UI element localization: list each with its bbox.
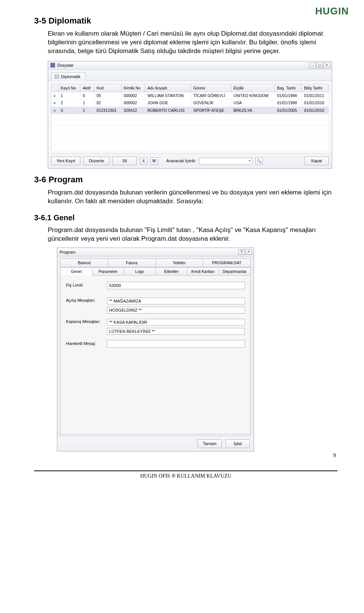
tab-panel-genel: Fiş Limiti: Açılış Mesajları: Kapanış Me… <box>60 275 251 434</box>
heading-3-6-1: 3-6.1 Genel <box>34 213 337 223</box>
tab-parametre[interactable]: Parametre <box>92 267 124 276</box>
tab-label: Diplomatik <box>61 74 80 80</box>
col-elcilik[interactable]: Elçilik <box>231 84 275 92</box>
window-icon <box>50 63 55 67</box>
close-button[interactable]: ✕ <box>245 249 252 255</box>
acilis-input-1[interactable] <box>107 298 245 304</box>
program-dialog: Program ? ✕ Barkod Fatura Yetkiler PROGR… <box>57 248 254 451</box>
maximize-button[interactable]: ▢ <box>316 63 323 68</box>
diplomat-grid[interactable]: Kayıt No Aktif Kod Kimlik No Adı-Soyadı … <box>51 84 329 151</box>
program-titlebar: Program ? ✕ <box>57 248 254 256</box>
acilis-input-2[interactable] <box>107 307 245 314</box>
dosyalar-window: Dosyalar – ▢ ✕ Diplomatik Kayıt No Aktif… <box>48 61 332 169</box>
minimize-button[interactable]: – <box>309 63 316 68</box>
heading-3-6: 3-6 Program <box>34 174 337 185</box>
tab-barkod[interactable]: Barkod <box>60 259 108 267</box>
dosyalar-titlebar: Dosyalar – ▢ ✕ <box>48 61 332 70</box>
table-row[interactable]: ● 1 0 05 000002 WILLIAM STANTON TİCARİ G… <box>51 92 329 99</box>
acilis-label: Açılış Mesajları: <box>66 298 104 303</box>
col-aktif[interactable]: Aktif <box>80 84 94 92</box>
hareketli-input[interactable] <box>107 340 245 348</box>
row-dot-icon: ● <box>53 94 56 98</box>
page-number: 9 <box>34 452 336 459</box>
table-row[interactable]: ● 2 1 02 000002 JOHN DOE GÜVENLİK USA 01… <box>51 99 329 107</box>
table-row[interactable]: ● 3 1 012312301 328412 ROBERTO CARLOS SP… <box>51 107 329 114</box>
tab-genel[interactable]: Genel <box>60 267 93 276</box>
program-title: Program <box>60 249 75 255</box>
heading-3-5: 3-5 Diplomatik <box>34 15 337 27</box>
body-3-5: Ekran ve kullanım olarak Müşteri / Cari … <box>48 30 337 56</box>
col-bitis-tarihi[interactable]: Bitiş Tarihi <box>302 84 329 92</box>
cancel-button[interactable]: İptal <box>226 439 250 448</box>
tab-icon <box>55 75 59 78</box>
new-record-button[interactable]: Yeni Kayıt <box>51 157 80 165</box>
dosyalar-title: Dosyalar <box>57 63 74 68</box>
tab-kredi-kartlari[interactable]: Kredi Kartları <box>187 267 219 276</box>
close-panel-button[interactable]: Kapat <box>304 157 329 165</box>
fis-limiti-input[interactable] <box>107 282 245 289</box>
ok-button[interactable]: Tamam <box>198 439 222 448</box>
tab-programdat[interactable]: PROGRAM.DAT <box>203 259 251 267</box>
row-dot-icon: ● <box>53 101 56 105</box>
col-bas-tarihi[interactable]: Baş. Tarihi <box>275 84 302 92</box>
tabs-row2: Genel Parametre Logo Etiketler Kredi Kar… <box>60 267 251 276</box>
excel-icon[interactable]: X <box>140 157 147 165</box>
footer: HUGIN OFIS ® KULLANIM KLAVUZU <box>34 470 337 480</box>
tab-yetkiler[interactable]: Yetkiler <box>155 259 203 267</box>
kapanis-input-2[interactable] <box>107 328 245 335</box>
col-kod[interactable]: Kod <box>94 84 121 92</box>
tab-etiketler[interactable]: Etiketler <box>155 267 188 276</box>
edit-button[interactable]: Düzenle <box>83 157 109 165</box>
col-gorevi[interactable]: Görevi <box>191 84 231 92</box>
tab-departmanlar[interactable]: Departmanlar <box>219 267 251 276</box>
search-combo[interactable] <box>199 158 252 165</box>
col-adi-soyadi[interactable]: Adı-Soyadı <box>145 84 191 92</box>
fis-limiti-label: Fiş Limiti: <box>66 282 104 288</box>
row-dot-icon: ● <box>53 108 56 113</box>
brand-logo: HUGIN <box>315 5 349 18</box>
tab-fatura[interactable]: Fatura <box>108 259 155 267</box>
search-icon[interactable]: 🔍 <box>255 157 263 165</box>
body-3-6: Program.dat dosyasında bulunan verilerin… <box>48 188 337 206</box>
kapanis-label: Kapanış Mesajları: <box>66 319 104 325</box>
close-button[interactable]: ✕ <box>323 63 330 68</box>
col-kayit-no[interactable]: Kayıt No <box>58 84 80 92</box>
hareketli-label: Hareketli Mesaj: <box>66 341 104 346</box>
dosyalar-toolbar: Yeni Kayıt Düzenle Sil X W Aranacak İçer… <box>48 153 332 168</box>
col-kimlik-no[interactable]: Kimlik No <box>121 84 145 92</box>
tab-diplomatik[interactable]: Diplomatik <box>51 72 85 81</box>
search-label: Aranacak İçerik: <box>166 158 196 164</box>
body-3-6-1: Program.dat dosyasında bulunan "Fiş Limi… <box>48 226 337 243</box>
delete-button[interactable]: Sil <box>113 157 137 165</box>
help-button[interactable]: ? <box>238 249 245 255</box>
kapanis-input-1[interactable] <box>107 319 245 326</box>
tab-strip: Diplomatik <box>48 70 332 81</box>
word-icon[interactable]: W <box>151 157 158 165</box>
tabs-row1: Barkod Fatura Yetkiler PROGRAM.DAT <box>60 259 251 267</box>
tab-logo[interactable]: Logo <box>124 267 156 276</box>
